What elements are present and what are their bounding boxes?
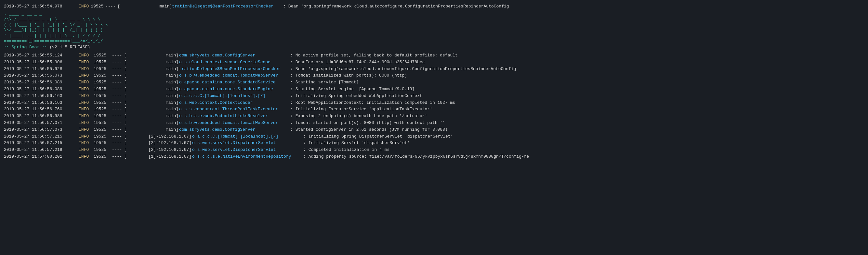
- log-pid: 19525: [94, 52, 110, 59]
- log-thread-open: [: [117, 3, 120, 10]
- log-logger: o.apache.catalina.core.StandardEngine: [179, 86, 290, 93]
- log-sep: ----: [112, 120, 122, 126]
- log-pid: 19525: [91, 3, 103, 10]
- log-line: 2019-05-27 11:56:56.988 INFO 19525 ---- …: [4, 113, 864, 120]
- log-thread-name: main]: [126, 106, 179, 113]
- log-line: 2019-05-27 11:56:55.124 INFO 19525 ---- …: [4, 52, 864, 59]
- log-thread-open: [: [124, 93, 126, 100]
- log-sep: ----: [112, 106, 122, 113]
- spring-boot-info-line: :: Spring Boot :: (v2.1.5.RELEASE): [4, 44, 864, 51]
- log-logger: o.s.cloud.context.scope.GenericScope: [179, 59, 290, 66]
- log-line: 2019-05-27 11:56:56.760 INFO 19525 ---- …: [4, 106, 864, 113]
- log-sep: ----: [112, 133, 122, 140]
- log-thread-open: [: [124, 52, 126, 59]
- log-level: INFO: [79, 52, 92, 59]
- log-timestamp: 2019-05-27 11:56:56.988: [4, 113, 79, 120]
- log-message: : BeanFactory id=38d6ce87-f4c0-344c-990d…: [290, 59, 425, 66]
- log-thread-name: [2]-192.168.1.67]: [126, 133, 191, 140]
- log-line: 2019-05-27 11:56:55.906 INFO 19525 ---- …: [4, 59, 864, 66]
- log-timestamp: 2019-05-27 11:56:56.760: [4, 106, 79, 113]
- log-timestamp: 2019-05-27 11:56:57.071: [4, 120, 79, 126]
- log-thread-name: [1]-192.168.1.67]: [126, 153, 191, 160]
- log-timestamp: 2019-05-27 11:57:00.201: [4, 153, 79, 160]
- log-timestamp: 2019-05-27 11:56:55.906: [4, 59, 79, 66]
- log-message: : Tomcat initialized with port(s): 8080 …: [290, 72, 407, 79]
- banner-line-3: ( ( )\___ | '_ | '_| | '_ \/ _` | \ \ \ …: [4, 23, 864, 28]
- log-sep: ----: [112, 52, 122, 59]
- log-line: 2019-05-27 11:56:57.215 INFO 19525 ---- …: [4, 140, 864, 147]
- log-thread-name: main]: [126, 79, 179, 86]
- log-pid: 19525: [94, 153, 110, 160]
- log-logger: o.s.web.servlet.DispatcherServlet: [192, 140, 303, 147]
- log-message: : Root WebApplicationContext: initializa…: [290, 100, 455, 106]
- banner-line-1: . ____ _ __ _ _: [4, 11, 864, 17]
- log-thread-name: main]: [126, 126, 179, 133]
- log-level: INFO: [79, 153, 92, 160]
- log-thread-name: [2]-192.168.1.67]: [126, 140, 191, 147]
- log-sep: ----: [112, 66, 122, 73]
- log-level: INFO: [79, 133, 92, 140]
- log-line: 2019-05-27 11:56:56.163 INFO 19525 ---- …: [4, 93, 864, 100]
- log-thread-name: main]: [120, 3, 172, 10]
- log-sep: ----: [112, 100, 122, 106]
- log-logger: o.s.b.a.e.web.EndpointLinksResolver: [179, 113, 290, 120]
- log-timestamp: 2019-05-27 11:56:56.089: [4, 86, 79, 93]
- log-timestamp: 2019-05-27 11:56:56.089: [4, 79, 79, 86]
- log-message: : Starting service [Tomcat]: [290, 79, 359, 86]
- log-message: : Bean 'org.springframework.cloud.autoco…: [283, 3, 509, 10]
- log-logger: o.s.web.servlet.DispatcherServlet: [192, 147, 303, 153]
- banner-line-5: ' |____| .__|_| |_|_| |_\__, | / / / /: [4, 33, 864, 39]
- log-level: INFO: [79, 93, 92, 100]
- log-message: : Completed initialization in 4 ms: [303, 147, 390, 153]
- spring-boot-label: :: Spring Boot ::: [4, 45, 50, 50]
- log-logger: o.s.c.c.s.e.NativeEnvironmentRepository: [192, 153, 303, 160]
- log-level: INFO: [79, 66, 92, 73]
- log-sep: ----: [112, 86, 122, 93]
- log-lines-container: 2019-05-27 11:56:55.124 INFO 19525 ---- …: [4, 52, 864, 160]
- log-pid: 19525: [94, 113, 110, 120]
- log-sep: ----: [112, 93, 122, 100]
- log-timestamp: 2019-05-27 11:56:56.163: [4, 93, 79, 100]
- log-pid: 19525: [94, 106, 110, 113]
- log-sep: ----: [112, 79, 122, 86]
- log-line: 2019-05-27 11:56:57.071 INFO 19525 ---- …: [4, 120, 864, 126]
- log-line-pre-banner: 2019-05-27 11:56:54.978 INFO 19525 ---- …: [4, 3, 864, 10]
- log-level: INFO: [79, 59, 92, 66]
- log-line: 2019-05-27 11:56:56.089 INFO 19525 ---- …: [4, 86, 864, 93]
- log-pid: 19525: [94, 126, 110, 133]
- log-pid: 19525: [94, 59, 110, 66]
- log-logger: trationDelegate$BeanPostProcessorChecker: [179, 66, 290, 73]
- log-sep: ----: [112, 153, 122, 160]
- log-sep: ----: [112, 126, 122, 133]
- log-line: 2019-05-27 11:56:57.215 INFO 19525 ---- …: [4, 133, 864, 140]
- log-logger: com.skryvets.demo.ConfigServer: [179, 126, 290, 133]
- log-message: : Initializing Spring DispatcherServlet …: [303, 133, 453, 140]
- log-timestamp: 2019-05-27 11:56:57.073: [4, 126, 79, 133]
- log-pid: 19525: [94, 147, 110, 153]
- log-thread-name: main]: [126, 72, 179, 79]
- log-level: INFO: [79, 86, 92, 93]
- log-line: 2019-05-27 11:56:56.163 INFO 19525 ---- …: [4, 100, 864, 106]
- log-pid: 19525: [94, 66, 110, 73]
- log-thread-name: main]: [126, 52, 179, 59]
- log-level: INFO: [79, 100, 92, 106]
- log-logger: o.s.s.concurrent.ThreadPoolTaskExecutor: [179, 106, 290, 113]
- log-pid: 19525: [94, 100, 110, 106]
- log-line: 2019-05-27 11:56:57.073 INFO 19525 ---- …: [4, 126, 864, 133]
- log-pid: 19525: [94, 133, 110, 140]
- log-thread-open: [: [124, 86, 126, 93]
- log-timestamp: 2019-05-27 11:56:57.215: [4, 133, 79, 140]
- banner-line-4: \\/ ___)| |_)| | | | | || (_| | ) ) ) ): [4, 28, 864, 33]
- log-thread-open: [: [124, 72, 126, 79]
- log-message: : Initializing ExecutorService 'applicat…: [290, 106, 432, 113]
- log-logger: trationDelegate$BeanPostProcessorChecker: [172, 3, 282, 10]
- log-sep: ----: [112, 59, 122, 66]
- log-line: 2019-05-27 11:57:00.201 INFO 19525 ---- …: [4, 153, 864, 160]
- log-pid: 19525: [94, 86, 110, 93]
- log-level: INFO: [79, 3, 89, 10]
- log-message: : Bean 'org.springframework.cloud.autoco…: [290, 66, 516, 73]
- log-line: 2019-05-27 11:56:57.219 INFO 19525 ---- …: [4, 147, 864, 153]
- banner-line-2: /\\ / ___'_ __ _ _(_)_ __ __ _ \ \ \ \: [4, 17, 864, 23]
- log-sep: ----: [112, 140, 122, 147]
- log-thread-name: main]: [126, 59, 179, 66]
